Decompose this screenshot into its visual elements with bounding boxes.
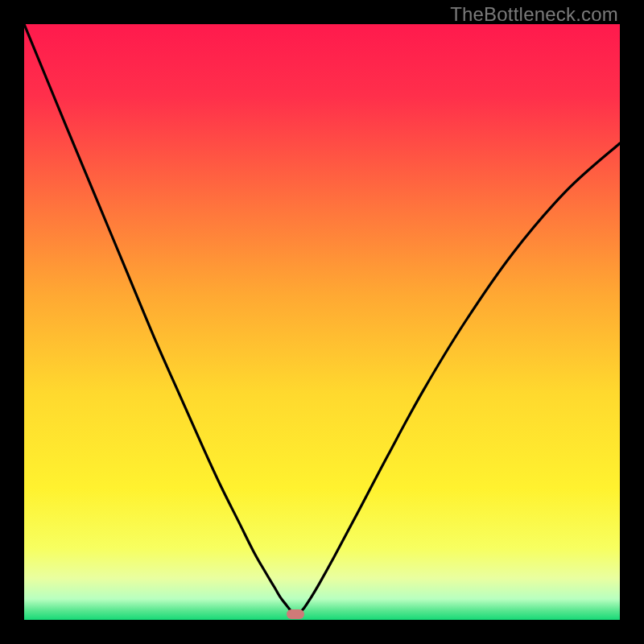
watermark-text: TheBottleneck.com (450, 3, 618, 26)
min-marker (287, 609, 304, 619)
chart-background (24, 24, 620, 620)
chart-plot (24, 24, 620, 620)
chart-frame (24, 24, 620, 620)
